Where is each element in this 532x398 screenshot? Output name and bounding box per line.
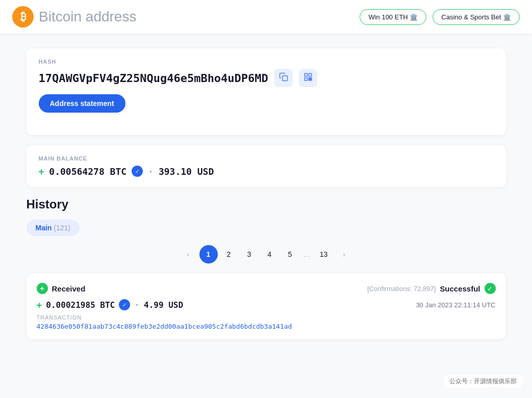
hash-label: HASH [39,59,494,65]
received-icon: + [37,283,48,294]
balance-plus: + [39,166,44,177]
tab-count: (121) [54,224,70,232]
address-statement-button[interactable]: Address statement [39,94,125,113]
next-page-button[interactable]: › [335,245,353,263]
hash-value-row: 17QAWGVpFV4gZ25NQug46e5mBho4uDP6MD [39,69,494,87]
svg-rect-3 [305,78,307,81]
main-content: HASH 17QAWGVpFV4gZ25NQug46e5mBho4uDP6MD [16,34,516,339]
prev-page-button[interactable]: ‹ [179,245,197,263]
balance-label: MAIN BALANCE [39,155,494,162]
svg-rect-2 [309,73,311,76]
logo: ₿ Bitcoin address [12,6,136,28]
page-2-button[interactable]: 2 [220,245,238,263]
svg-rect-0 [283,76,288,81]
svg-rect-5 [310,78,311,79]
header: ₿ Bitcoin address Win 100 ETH 🏛️ Casino … [0,0,532,34]
transaction-card: + Received [Confirmations: 72,897] Succe… [27,274,506,339]
qr-button[interactable] [299,69,317,87]
page-ellipsis: … [301,250,313,258]
tx-hash[interactable]: 4284636e050f81aab73c4c889feb3e2dd00aa1bc… [37,323,496,330]
verified-icon: ✓ [132,166,143,177]
tx-btc-amount: 0.00021985 BTC [46,300,115,310]
usd-amount: 393.10 USD [159,166,214,177]
copy-button[interactable] [274,69,293,87]
page-3-button[interactable]: 3 [240,245,259,263]
confirmations-text: [Confirmations: 72,897] [367,285,436,293]
svg-rect-7 [310,79,311,81]
bitcoin-logo-icon: ₿ [12,6,34,28]
status-check-icon: ✓ [485,283,496,294]
status-label: Successful [440,284,480,293]
win-eth-button[interactable]: Win 100 ETH 🏛️ [360,9,426,25]
qr-icon [303,72,313,84]
svg-rect-4 [309,78,310,79]
tx-type: + Received [37,283,86,294]
tab-row: Main (121) [27,220,506,236]
tx-plus: + [37,300,42,310]
tx-usd-amount: 4.99 USD [144,300,183,310]
hash-text: 17QAWGVpFV4gZ25NQug46e5mBho4uDP6MD [39,72,268,85]
svg-rect-6 [309,79,310,81]
main-tab[interactable]: Main (121) [27,220,80,236]
page-4-button[interactable]: 4 [261,245,279,263]
svg-rect-1 [305,73,307,76]
page-1-button[interactable]: 1 [199,245,218,263]
tx-status-area: [Confirmations: 72,897] Successful ✓ [367,283,496,294]
header-action-buttons: Win 100 ETH 🏛️ Casino & Sports Bet 🏛️ [360,9,520,25]
casino-sports-button[interactable]: Casino & Sports Bet 🏛️ [433,9,520,25]
logo-text: Bitcoin address [39,9,136,25]
balance-container: MAIN BALANCE + 0.00564278 BTC ✓ · 393.10… [27,145,506,187]
history-title: History [27,197,506,211]
tx-date: 30 Jan 2023 22:11:14 UTC [416,301,495,309]
tab-label: Main [36,224,52,232]
dot-separator: · [148,166,154,177]
pagination: ‹ 1 2 3 4 5 … 13 › [27,245,506,263]
tx-amount: + 0.00021985 BTC ✓ · 4.99 USD [37,299,184,310]
tx-type-label: Received [52,284,86,293]
tx-verified-icon: ✓ [119,299,130,310]
balance-value-row: + 0.00564278 BTC ✓ · 393.10 USD [39,166,494,177]
tx-header: + Received [Confirmations: 72,897] Succe… [37,283,496,294]
hash-container: HASH 17QAWGVpFV4gZ25NQug46e5mBho4uDP6MD [27,48,506,135]
watermark: 公众号：开源情报俱乐部 [444,375,522,388]
page-5-button[interactable]: 5 [281,245,299,263]
copy-icon [279,72,288,84]
tx-amount-row: + 0.00021985 BTC ✓ · 4.99 USD 30 Jan 202… [37,299,496,310]
tx-label: TRANSACTION [37,314,496,321]
tx-dot: · [134,300,140,310]
btc-amount: 0.00564278 BTC [49,166,126,177]
page-13-button[interactable]: 13 [315,245,333,263]
history-section: History Main (121) ‹ 1 2 3 4 5 … 13 › + … [27,197,506,339]
